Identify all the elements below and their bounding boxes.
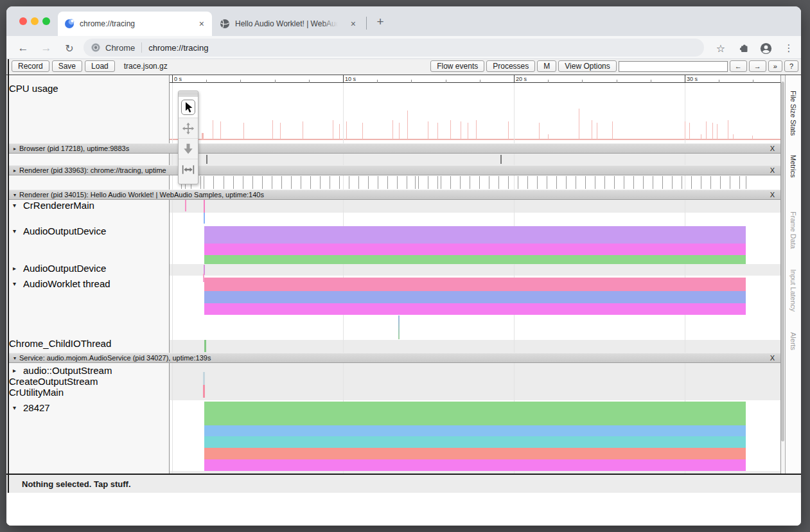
collapse-triangle-icon[interactable]: ▾	[13, 355, 16, 361]
collapse-triangle-icon[interactable]: ▾	[13, 192, 16, 198]
selection-tool-button[interactable]	[179, 97, 198, 118]
tab-audio-worklet[interactable]: Hello Audio Worklet! | WebAud ×	[213, 12, 364, 36]
process-header[interactable]: ▸Browser (pid 17218), uptime:9883sX	[9, 143, 780, 154]
thread-label[interactable]: ▾28427	[13, 402, 50, 413]
save-button[interactable]: Save	[52, 60, 82, 72]
close-process-button[interactable]: X	[769, 354, 776, 362]
trace-slice-bar[interactable]	[204, 291, 746, 303]
record-button[interactable]: Record	[12, 60, 49, 72]
ruler-minor-tick	[582, 80, 583, 83]
vertical-zoom-tool-button[interactable]	[179, 138, 198, 159]
collapse-triangle-icon[interactable]: ▸	[13, 168, 16, 173]
collapse-triangle-icon[interactable]: ▸	[13, 365, 23, 374]
close-tab-icon[interactable]: ×	[349, 19, 357, 28]
collapse-triangle-icon[interactable]: ▾	[13, 200, 23, 209]
find-previous-button[interactable]: ←	[730, 60, 747, 72]
zoom-window-button[interactable]	[42, 17, 50, 25]
trace-event-tick[interactable]	[203, 274, 204, 282]
trace-slice-bar[interactable]	[204, 278, 746, 291]
collapse-triangle-icon[interactable]: ▾	[13, 226, 23, 235]
close-process-button[interactable]: X	[769, 145, 776, 152]
trace-event-tick	[527, 176, 528, 189]
close-process-button[interactable]: X	[769, 191, 776, 199]
sidebar-tab-frame-data[interactable]: Frame Data	[788, 211, 798, 256]
trace-slice-bar[interactable]	[204, 448, 746, 459]
find-input[interactable]	[619, 61, 728, 72]
trace-slice-bar[interactable]	[204, 303, 746, 315]
thread-label[interactable]: ▾AudioOutputDevice	[13, 226, 106, 236]
trace-slice-bar[interactable]	[204, 226, 746, 244]
trace-event-tick[interactable]	[185, 199, 186, 211]
scrollbar-thumb[interactable]	[781, 82, 784, 441]
flow-events-button[interactable]: Flow events	[430, 60, 484, 72]
back-icon[interactable]: ←	[15, 40, 31, 56]
cpu-spike	[243, 123, 244, 139]
help-button[interactable]: ?	[784, 60, 798, 72]
browser-menu-icon[interactable]: ⋮	[781, 40, 797, 56]
thread-label[interactable]: ▾AudioWorklet thread	[13, 278, 110, 289]
minimize-window-button[interactable]	[31, 17, 39, 25]
sidebar-tab-alerts[interactable]: Alerts	[788, 332, 798, 362]
close-process-button[interactable]: X	[769, 166, 776, 174]
trace-slice-bar[interactable]	[204, 459, 746, 471]
collapse-triangle-icon[interactable]: ▾	[13, 278, 23, 287]
trace-slice-bar[interactable]	[204, 425, 746, 436]
timing-tool-button[interactable]	[179, 159, 198, 179]
cpu-spike	[685, 121, 685, 139]
process-header[interactable]: ▾Renderer (pid 34015): Hello Audio Workl…	[9, 190, 780, 200]
reload-icon[interactable]: ↻	[62, 40, 77, 56]
trace-slice-bar[interactable]	[204, 255, 746, 264]
metrics-button[interactable]: M	[537, 60, 556, 72]
close-window-button[interactable]	[19, 17, 27, 25]
collapse-triangle-icon[interactable]: ▸	[13, 146, 16, 152]
trace-event-tick[interactable]	[203, 385, 205, 398]
cpu-spike	[733, 134, 734, 139]
sidebar-tab-metrics[interactable]: Metrics	[788, 155, 798, 190]
process-header[interactable]: ▸Renderer (pid 33963): chrome://tracing,…	[9, 165, 780, 175]
process-header[interactable]: ▾Service: audio.mojom.AudioService (pid …	[9, 353, 780, 363]
palette-grip[interactable]	[179, 91, 198, 97]
thread-label[interactable]: CrUtilityMain	[9, 387, 64, 398]
processes-button[interactable]: Processes	[486, 60, 535, 72]
process-title: Service: audio.mojom.AudioService (pid 3…	[19, 354, 211, 362]
find-next-button[interactable]: →	[749, 60, 766, 72]
bookmark-star-icon[interactable]: ☆	[713, 40, 728, 56]
load-button[interactable]: Load	[85, 60, 115, 72]
overflow-button[interactable]: »	[768, 60, 782, 72]
thread-label[interactable]: ▾CrRendererMain	[13, 200, 94, 211]
trace-event-tick[interactable]	[204, 213, 205, 224]
thread-label[interactable]: ▸AudioOutputDevice	[13, 263, 106, 274]
tab-chrome-tracing[interactable]: chrome://tracing ×	[58, 12, 212, 36]
trace-event-tick	[585, 176, 586, 189]
sidebar-tab-file-size-stats[interactable]: File Size Stats	[788, 91, 798, 150]
thread-label[interactable]: Chrome_ChildIOThread	[9, 338, 111, 349]
cpu-spike	[539, 123, 540, 139]
close-tab-icon[interactable]: ×	[198, 19, 206, 28]
profile-avatar[interactable]	[758, 40, 773, 56]
trace-event-tick	[556, 176, 557, 189]
forward-icon[interactable]: →	[39, 40, 54, 56]
ruler-minor-tick	[753, 80, 753, 83]
address-bar[interactable]: Chrome chrome://tracing	[84, 39, 704, 57]
new-tab-button[interactable]: +	[371, 13, 389, 31]
trace-event-tick	[701, 176, 701, 189]
trace-slice-bar[interactable]	[204, 402, 746, 425]
ruler-minor-tick	[617, 80, 617, 83]
trace-event-tick[interactable]	[203, 372, 205, 386]
track-background-band	[170, 200, 780, 213]
view-options-button[interactable]: View Options	[558, 60, 616, 72]
thread-label[interactable]: ▸audio::OutputStream	[13, 365, 112, 376]
collapse-triangle-icon[interactable]: ▸	[13, 263, 23, 272]
trace-event-tick[interactable]	[398, 315, 400, 339]
trace-event-tick[interactable]	[204, 340, 206, 352]
timeline-canvas[interactable]: 0 s10 s20 s30 s	[169, 75, 780, 474]
trace-slice-bar[interactable]	[204, 436, 746, 448]
collapse-triangle-icon[interactable]: ▾	[13, 402, 23, 411]
trace-slice-bar[interactable]	[204, 244, 746, 255]
thread-label-text: CreateOutputStream	[9, 376, 98, 387]
extensions-puzzle-icon[interactable]	[736, 40, 752, 56]
thread-label[interactable]: CreateOutputStream	[9, 376, 98, 387]
sidebar-tab-input-latency[interactable]: Input Latency	[788, 269, 798, 323]
ruler-label: 10 s	[345, 76, 356, 82]
pan-tool-button[interactable]	[179, 118, 198, 138]
